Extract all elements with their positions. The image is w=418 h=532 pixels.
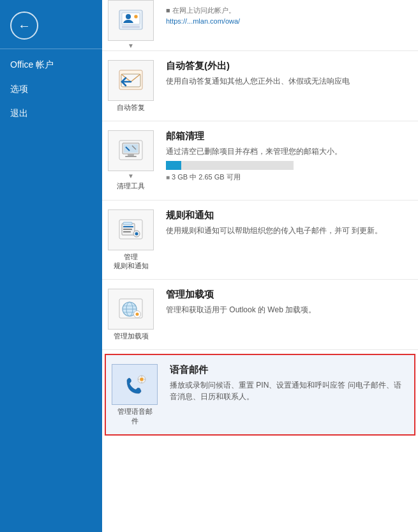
mailbox-progress-bar <box>166 161 294 170</box>
auto-reply-icon <box>108 60 154 101</box>
main-content: ▼ 帐户设置 ■ 在网上访问此帐户。 https://...mlan.com/o… <box>102 0 418 532</box>
svg-rect-2 <box>122 26 140 28</box>
mailbox-cleanup-dropdown-arrow: ▼ <box>128 172 134 179</box>
sidebar-divider <box>0 49 102 49</box>
svg-point-30 <box>136 313 139 316</box>
sidebar-item-label: 选项 <box>10 84 28 94</box>
manage-addins-icon-box: 管理加载项 <box>102 289 160 340</box>
manage-addins-svg <box>117 296 145 322</box>
mailbox-progress-text: ■ 3 GB 中 2.65 GB 可用 <box>166 172 407 182</box>
svg-point-32 <box>140 378 144 382</box>
sidebar-item-label: Office 帐户 <box>10 59 54 70</box>
account-settings-partial-line: ■ 在网上访问此帐户。 <box>166 5 407 16</box>
sidebar-item-label: 退出 <box>10 108 28 118</box>
sidebar-item-signout[interactable]: 退出 <box>0 102 102 126</box>
mailbox-cleanup-icon-label: 清理工具 <box>117 181 145 190</box>
mailbox-cleanup-icon-box: ▼ 清理工具 <box>102 130 160 190</box>
account-settings-dropdown-arrow: ▼ <box>128 42 134 49</box>
manage-addins-icon <box>108 289 154 330</box>
rules-notifications-content: 规则和通知 使用规则和通知可以帮助组织您的传入电子邮件，并可 到更新。 <box>166 209 412 236</box>
svg-rect-11 <box>128 154 134 156</box>
manage-addins-item[interactable]: 管理加载项 管理加载项 管理和获取适用于 Outlook 的 Web 加载项。 <box>102 280 418 350</box>
manage-addins-icon-label: 管理加载项 <box>114 331 149 340</box>
top-partial-item: ▼ 帐户设置 ■ 在网上访问此帐户。 https://...mlan.com/o… <box>102 0 418 51</box>
voice-mail-content: 语音邮件 播放或录制问候语、重置 PIN、设置通知和呼叫应答 问电子邮件、语音消… <box>170 364 408 402</box>
auto-reply-title: 自动答复(外出) <box>166 60 407 72</box>
manage-addins-content: 管理加载项 管理和获取适用于 Outlook 的 Web 加载项。 <box>166 289 412 315</box>
svg-rect-17 <box>123 222 132 225</box>
rules-notifications-icon-box: 管理 规则和通知 <box>102 209 160 271</box>
manage-addins-desc: 管理和获取适用于 Outlook 的 Web 加载项。 <box>166 304 407 315</box>
account-settings-icon <box>108 0 154 41</box>
sidebar-item-options[interactable]: 选项 <box>0 77 102 102</box>
sidebar: ← Office 帐户 选项 退出 <box>0 0 102 532</box>
rules-notifications-desc: 使用规则和通知可以帮助组织您的传入电子邮件，并可 到更新。 <box>166 225 407 236</box>
mailbox-progress-fill <box>166 161 181 170</box>
mailbox-cleanup-title: 邮箱清理 <box>166 130 407 142</box>
account-settings-url: https://...mlan.com/owa/ <box>166 16 407 27</box>
mailbox-cleanup-content: 邮箱清理 通过清空已删除项目并存档，来管理您的邮箱大小。 ■ 3 GB 中 2.… <box>166 130 412 182</box>
manage-addins-title: 管理加载项 <box>166 289 407 301</box>
settings-list: ▼ 帐户设置 ■ 在网上访问此帐户。 https://...mlan.com/o… <box>102 0 418 439</box>
voice-mail-desc: 播放或录制问候语、重置 PIN、设置通知和呼叫应答 问电子邮件、语音消息、日历和… <box>170 379 403 402</box>
svg-rect-10 <box>124 144 138 153</box>
account-settings-content: ■ 在网上访问此帐户。 https://...mlan.com/owa/ <box>166 0 412 26</box>
voice-mail-icon <box>112 364 158 405</box>
sidebar-item-office-account[interactable]: Office 帐户 <box>0 53 102 77</box>
rules-notifications-item[interactable]: 管理 规则和通知 规则和通知 使用规则和通知可以帮助组织您的传入电子邮件，并可 … <box>102 201 418 280</box>
mailbox-cleanup-desc: 通过清空已删除项目并存档，来管理您的邮箱大小。 <box>166 146 407 157</box>
account-settings-svg <box>117 8 145 33</box>
svg-point-22 <box>135 232 138 235</box>
svg-rect-20 <box>123 231 131 232</box>
mailbox-cleanup-item[interactable]: ▼ 清理工具 邮箱清理 通过清空已删除项目并存档，来管理您的邮箱大小。 ■ 3 … <box>102 121 418 200</box>
voice-mail-svg <box>121 372 149 397</box>
voice-mail-item[interactable]: 管理语音邮 件 语音邮件 播放或录制问候语、重置 PIN、设置通知和呼叫应答 问… <box>105 354 415 436</box>
account-settings-icon-box: ▼ 帐户设置 <box>102 0 160 51</box>
svg-rect-12 <box>125 156 137 157</box>
svg-rect-19 <box>123 229 132 230</box>
auto-reply-icon-box: 自动答复 <box>102 60 160 112</box>
rules-notifications-title: 规则和通知 <box>166 209 407 222</box>
voice-mail-icon-box: 管理语音邮 件 <box>106 364 163 425</box>
svg-rect-18 <box>123 226 133 227</box>
auto-reply-desc: 使用自动答复通知其他人您正外出、休假或无法响应电 <box>166 75 407 87</box>
rules-notifications-icon <box>108 209 154 250</box>
voice-mail-title: 语音邮件 <box>170 364 403 376</box>
auto-reply-item[interactable]: 自动答复 自动答复(外出) 使用自动答复通知其他人您正外出、休假或无法响应电 <box>102 51 418 121</box>
auto-reply-svg <box>117 68 145 93</box>
mailbox-cleanup-svg <box>117 138 145 163</box>
svg-point-3 <box>126 14 131 19</box>
mailbox-cleanup-icon <box>108 130 154 171</box>
svg-point-4 <box>134 15 138 19</box>
auto-reply-content: 自动答复(外出) 使用自动答复通知其他人您正外出、休假或无法响应电 <box>166 60 412 87</box>
back-button[interactable]: ← <box>10 11 38 40</box>
mailbox-usage-label: 3 GB 中 2.65 GB 可用 <box>172 173 241 181</box>
rules-notifications-svg <box>117 217 145 243</box>
auto-reply-icon-label: 自动答复 <box>117 103 145 112</box>
voice-mail-icon-label: 管理语音邮 件 <box>117 407 153 425</box>
rules-notifications-icon-label: 管理 规则和通知 <box>114 252 149 271</box>
